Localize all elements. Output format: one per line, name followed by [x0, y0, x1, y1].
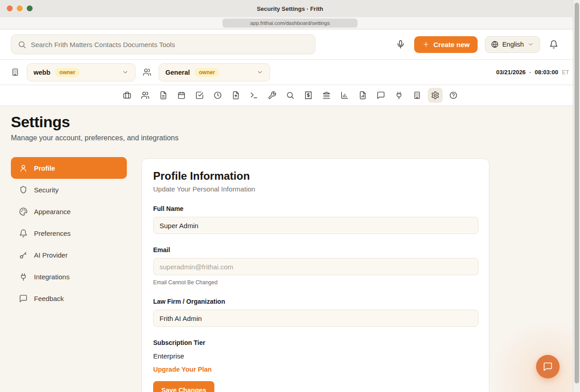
global-search[interactable] [11, 34, 315, 54]
scrollbar-thumb[interactable] [575, 3, 579, 383]
toolbar-building-button[interactable] [410, 88, 425, 103]
file-text-icon [159, 91, 168, 100]
url-pill[interactable]: app.frithai.com/dashboard/settings [222, 19, 358, 28]
sidebar-item-ai-provider[interactable]: AI Provider [11, 244, 127, 266]
toolbar-bar-chart-button[interactable] [337, 88, 352, 103]
toolbar-users-button[interactable] [138, 88, 153, 103]
workspace-bar: webb owner General owner 03/21/2026 • 08… [0, 59, 580, 85]
create-new-button[interactable]: Create new [414, 36, 478, 53]
sidebar-item-feedback[interactable]: Feedback [11, 287, 127, 309]
toolbar-file-up-button[interactable] [228, 88, 243, 103]
file-up-icon [232, 91, 240, 100]
notifications-button[interactable] [547, 38, 560, 51]
toolbar-briefcase-button[interactable] [120, 88, 135, 103]
current-date: 03/21/2026 [496, 69, 526, 76]
building-icon [413, 91, 421, 100]
card-title: Profile Information [153, 170, 478, 182]
briefcase-icon [123, 91, 131, 100]
check-square-icon [195, 91, 204, 100]
chat-fab-button[interactable] [536, 355, 560, 378]
app-header: Create new English [0, 29, 580, 59]
email-label: Email [153, 246, 478, 253]
search-input[interactable] [31, 41, 309, 48]
plug-icon [19, 272, 28, 281]
toolbar-settings-button[interactable] [428, 88, 443, 103]
bar-chart-icon [340, 91, 349, 100]
settings-sidebar: ProfileSecurityAppearancePreferencesAI P… [11, 157, 127, 309]
receipt-icon [304, 91, 313, 100]
toolbar-calendar-button[interactable] [174, 88, 189, 103]
clock-icon [213, 91, 222, 100]
team-selector[interactable]: General owner [159, 63, 270, 81]
sidebar-item-appearance[interactable]: Appearance [11, 201, 127, 222]
organization-selector[interactable]: webb owner [27, 63, 135, 81]
subscription-tier-value: Enterprise [153, 352, 478, 360]
microphone-icon [396, 40, 405, 49]
sidebar-item-integrations[interactable]: Integrations [11, 266, 127, 287]
settings-page: Settings Manage your account, preference… [0, 106, 580, 392]
toolbar-clock-button[interactable] [210, 88, 225, 103]
browser-url-bar: app.frithai.com/dashboard/settings [0, 17, 580, 29]
chat-bubble-icon [543, 362, 553, 372]
toolbar-landmark-button[interactable] [319, 88, 334, 103]
chevron-down-icon [256, 69, 263, 76]
message-square-icon [377, 91, 385, 100]
sidebar-item-label: Security [34, 186, 58, 194]
sidebar-item-label: Appearance [34, 208, 71, 215]
sidebar-item-label: Profile [34, 164, 55, 172]
page-subtitle: Manage your account, preferences, and in… [11, 134, 179, 142]
toolbar-check-square-button[interactable] [192, 88, 207, 103]
team-icon [143, 68, 151, 76]
globe-icon [491, 41, 498, 48]
microphone-button[interactable] [394, 38, 407, 51]
language-selector[interactable]: English [485, 36, 540, 53]
plus-icon [422, 41, 430, 48]
sidebar-item-profile[interactable]: Profile [11, 157, 127, 179]
save-changes-button[interactable]: Save Changes [153, 381, 214, 392]
users-icon [141, 91, 150, 100]
file-chart-icon [358, 91, 367, 100]
window-title: Security Settings · Frith [257, 5, 324, 12]
main-icon-toolbar [0, 85, 580, 106]
user-icon [19, 164, 28, 172]
organization-input[interactable] [153, 310, 478, 327]
key-icon [19, 251, 28, 259]
shield-icon [19, 186, 28, 194]
toolbar-file-text-button[interactable] [156, 88, 171, 103]
toolbar-wrench-button[interactable] [265, 88, 280, 103]
close-window-button[interactable] [7, 5, 13, 11]
settings-icon [431, 91, 440, 100]
toolbar-terminal-button[interactable] [246, 88, 261, 103]
card-subtitle: Update Your Personal Information [153, 185, 478, 193]
language-label: English [502, 41, 524, 48]
wrench-icon [268, 91, 276, 100]
help-circle-icon [449, 91, 458, 100]
palette-icon [19, 207, 28, 216]
toolbar-search-button[interactable] [283, 88, 298, 103]
zoom-window-button[interactable] [27, 5, 33, 11]
profile-information-card: Profile Information Update Your Personal… [141, 158, 489, 392]
sidebar-item-label: Feedback [34, 295, 64, 302]
datetime-display: 03/21/2026 • 08:03:00 ET [496, 69, 569, 76]
window-titlebar: Security Settings · Frith [0, 0, 580, 17]
minimize-window-button[interactable] [17, 5, 23, 11]
current-time: 08:03:00 [535, 69, 558, 76]
team-role-badge: owner [194, 68, 219, 77]
email-input [153, 258, 478, 275]
page-scrollbar[interactable] [573, 0, 580, 392]
full-name-input[interactable] [153, 217, 478, 234]
toolbar-file-chart-button[interactable] [355, 88, 370, 103]
organization-role-badge: owner [55, 68, 80, 77]
upgrade-plan-link[interactable]: Upgrade Your Plan [153, 366, 212, 373]
toolbar-receipt-button[interactable] [301, 88, 316, 103]
bell-icon [549, 40, 558, 49]
toolbar-plug-button[interactable] [392, 88, 406, 103]
search-icon [286, 91, 295, 100]
sidebar-item-preferences[interactable]: Preferences [11, 222, 127, 244]
sidebar-item-security[interactable]: Security [11, 179, 127, 201]
full-name-label: Full Name [153, 205, 478, 212]
search-icon [18, 40, 26, 49]
datetime-separator: • [529, 70, 531, 75]
toolbar-message-square-button[interactable] [373, 88, 388, 103]
toolbar-help-circle-button[interactable] [446, 88, 461, 103]
